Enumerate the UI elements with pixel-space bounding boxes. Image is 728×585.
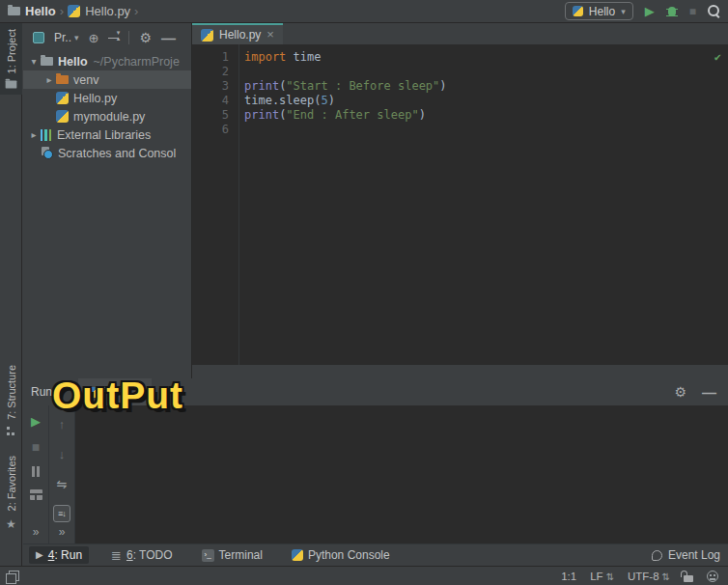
project-view-label: Pr.. — [54, 31, 71, 44]
tree-item[interactable]: Scratches and Consol — [23, 144, 191, 162]
toolwindow-button-run[interactable]: ▶4: Run — [29, 546, 89, 564]
code-token: time — [286, 50, 321, 64]
breadcrumb-project[interactable]: Hello — [8, 4, 56, 18]
tree-expand-arrow-icon[interactable]: ▾ — [27, 56, 41, 67]
more-actions-icon[interactable] — [59, 522, 66, 540]
pause-output-button[interactable] — [32, 466, 40, 477]
collapse-all-icon[interactable] — [108, 32, 119, 43]
code-token: import — [244, 50, 286, 64]
code-token: time.sleep( — [244, 94, 321, 107]
scroll-to-end-button[interactable] — [53, 505, 70, 522]
toolwindow-button-todo[interactable]: 6: TODO — [104, 546, 180, 565]
line-number: 5 — [192, 108, 229, 123]
hide-panel-icon[interactable]: — — [702, 385, 716, 400]
line-number: 4 — [192, 94, 229, 108]
more-actions-icon[interactable] — [33, 522, 40, 540]
tree-expand-arrow-icon[interactable]: ▸ — [27, 129, 41, 140]
soft-wrap-button[interactable] — [57, 475, 68, 492]
star-icon: ★ — [6, 517, 16, 531]
encoding-label: UTF-8 — [628, 571, 659, 582]
tree-item[interactable]: mymodule.py — [23, 107, 191, 125]
run-console-output[interactable] — [75, 405, 728, 543]
project-view-select[interactable]: Pr.. ▾ — [54, 31, 79, 44]
hide-panel-icon[interactable]: — — [161, 31, 176, 45]
tree-item-label: Scratches and Consol — [58, 147, 176, 160]
chevron-down-icon: ▾ — [74, 33, 79, 42]
tree-item-label: venv — [73, 73, 98, 87]
rerun-button[interactable]: ▶ — [31, 415, 41, 428]
toolwindow-button-terminal[interactable]: Terminal — [195, 546, 269, 564]
event-log-label: Event Log — [668, 548, 720, 562]
folder-icon — [6, 81, 17, 89]
toolwindow-button-label: Python Console — [308, 548, 390, 562]
toolwindow-button-python-console[interactable]: Python Console — [285, 546, 397, 564]
tree-item-label: External Libraries — [57, 128, 151, 142]
code-editor[interactable]: 123456 import time print("Start : Before… — [192, 44, 728, 365]
code-token: ) — [328, 94, 335, 107]
gear-icon[interactable]: ⚙ — [674, 385, 686, 399]
restore-layout-button[interactable] — [30, 489, 42, 500]
stop-button[interactable]: ■ — [32, 440, 40, 454]
updown-icon — [662, 571, 670, 582]
code-token: "Start : Before sleep" — [286, 79, 439, 93]
run-configuration-select[interactable]: Hello ▾ — [565, 2, 633, 20]
stripe-project-label: 1: Project — [6, 29, 17, 73]
stripe-favorites-label: 2: Favorites — [6, 456, 17, 511]
divider — [128, 31, 129, 44]
editor-tab-bar: Hello.py — [192, 23, 728, 44]
inspections-profile-icon[interactable] — [707, 571, 718, 582]
code-line: print("End : After sleep") — [244, 108, 728, 123]
chevron-right-icon: › — [134, 4, 138, 18]
code-line — [244, 65, 728, 79]
gear-icon[interactable]: ⚙ — [139, 31, 152, 44]
event-log-button[interactable]: Event Log — [652, 548, 720, 562]
breadcrumb-file[interactable]: Hello.py — [68, 4, 130, 18]
tree-expand-arrow-icon[interactable]: ▸ — [42, 74, 56, 85]
search-icon[interactable] — [708, 5, 720, 17]
scratches-icon — [41, 147, 53, 159]
caret-position[interactable]: 1:1 — [561, 571, 576, 582]
run-button[interactable]: ▶ — [645, 5, 655, 17]
debug-button[interactable] — [666, 6, 678, 17]
code-token: 5 — [321, 94, 327, 107]
project-panel-header: Pr.. ▾ ⊕ ⚙ — — [23, 23, 191, 52]
title-bar: Hello › Hello.py › Hello ▾ ▶ ■ — [0, 0, 728, 23]
sidebar-item-project[interactable]: 1: Project — [0, 23, 22, 95]
stop-button[interactable]: ■ — [689, 6, 696, 17]
toolwindow-button-label: 6: TODO — [126, 548, 173, 562]
locate-file-icon[interactable]: ⊕ — [89, 32, 99, 44]
encoding-select[interactable]: UTF-8 — [628, 571, 670, 582]
python-icon — [68, 5, 80, 17]
folder-icon — [8, 7, 20, 15]
tree-item[interactable]: ▾Hello~/PycharmProje — [23, 52, 191, 70]
chevron-right-icon: › — [60, 4, 64, 18]
python-icon — [201, 29, 213, 42]
tree-item[interactable]: ▸External Libraries — [23, 125, 191, 144]
code-text[interactable]: import time print("Start : Before sleep"… — [239, 44, 728, 365]
project-view-icon — [33, 32, 44, 43]
stripe-structure-label: 7: Structure — [6, 365, 17, 420]
down-stack-trace-button[interactable] — [59, 445, 66, 462]
tree-item-label: Hello.py — [73, 92, 117, 105]
tab-hello-py[interactable]: Hello.py — [192, 23, 283, 44]
tab-label: Hello.py — [219, 28, 261, 42]
tool-window-toggle-icon[interactable] — [6, 571, 17, 582]
code-token: ) — [419, 108, 426, 122]
tree-item[interactable]: ▸venv — [23, 70, 191, 89]
close-icon[interactable] — [266, 28, 274, 42]
sidebar-item-structure[interactable]: 7: Structure — [0, 359, 22, 441]
inspection-ok-icon[interactable]: ✔ — [714, 50, 721, 65]
run-toolbar-primary: ▶ ■ — [23, 405, 49, 543]
chevron-down-icon: ▾ — [621, 7, 626, 16]
run-tool-window: Run: Hello ⚙ — ▶ ■ OutPut — [23, 378, 728, 543]
project-tree: ▾Hello~/PycharmProje▸venvHello.pymymodul… — [23, 52, 191, 162]
editor-area: Hello.py 123456 import time print("Start… — [191, 23, 728, 378]
tree-item[interactable]: Hello.py — [23, 89, 191, 107]
tool-window-stripe: 1: Project 7: Structure 2: Favorites ★ — [0, 23, 22, 566]
sidebar-item-favorites[interactable]: 2: Favorites ★ — [0, 450, 22, 537]
line-ending-select[interactable]: LF — [590, 571, 614, 582]
play-icon: ▶ — [36, 550, 43, 560]
up-stack-trace-button[interactable] — [59, 415, 66, 432]
lock-icon[interactable] — [684, 571, 693, 582]
code-token: ) — [439, 79, 446, 93]
